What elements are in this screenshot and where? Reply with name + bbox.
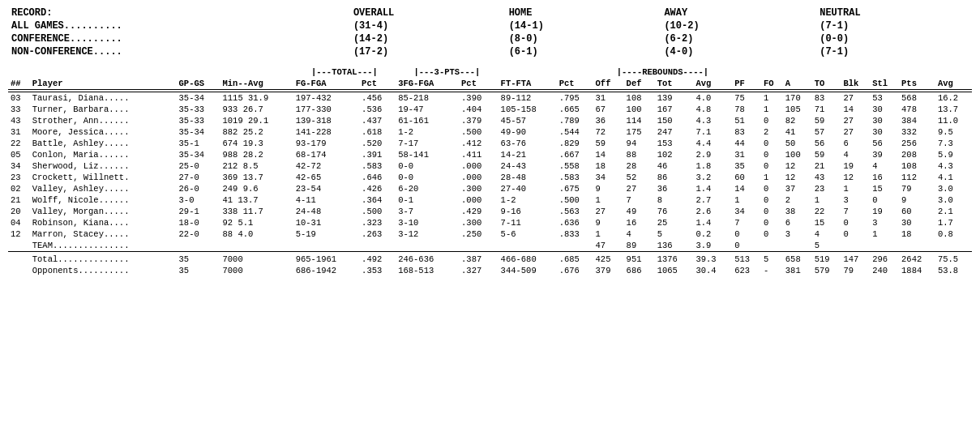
- player-cell: 4.4: [693, 138, 732, 149]
- player-row: 12Marron, Stacey.....22-088 4.05-19.2633…: [8, 228, 972, 240]
- player-cell: 100: [783, 149, 812, 160]
- hdr-gpgs: GP-GS: [177, 78, 220, 90]
- player-cell: 2.9: [693, 149, 732, 160]
- hdr-ptsavg: Avg: [935, 78, 972, 90]
- player-row: 21Wolff, Nicole......3-041 13.74-11.3640…: [8, 194, 972, 206]
- record-table: RECORD: OVERALL HOME AWAY NEUTRAL ALL GA…: [8, 6, 972, 58]
- player-row: 31Moore, Jessica.....35-34882 25.2141-22…: [8, 126, 972, 138]
- player-cell: [783, 240, 812, 252]
- total-cell: 1065: [655, 265, 694, 276]
- player-cell: .000: [459, 194, 499, 206]
- player-cell: 247: [655, 126, 694, 138]
- player-cell: 384: [899, 115, 935, 126]
- record-overall-header: OVERALL: [350, 6, 506, 19]
- player-cell: Wolff, Nicole......: [30, 194, 177, 206]
- player-row: 05Conlon, Maria......35-34988 28.268-174…: [8, 149, 972, 160]
- player-cell: 882 25.2: [220, 126, 293, 138]
- total-cell: .676: [557, 265, 593, 276]
- player-cell: 42-72: [293, 160, 359, 172]
- player-cell: 0: [761, 183, 783, 194]
- record-section: RECORD: OVERALL HOME AWAY NEUTRAL ALL GA…: [8, 6, 972, 58]
- player-cell: 83: [812, 92, 841, 105]
- record-away-header: AWAY: [661, 6, 816, 19]
- player-cell: 6: [841, 138, 870, 149]
- player-cell: .300: [459, 183, 499, 194]
- total-cell: 79: [841, 265, 870, 276]
- player-cell: 21: [8, 194, 30, 206]
- total-cell: 246-636: [396, 254, 459, 265]
- player-cell: 0: [841, 228, 870, 240]
- player-cell: 27: [624, 183, 655, 194]
- total-cell: 147: [841, 254, 870, 265]
- player-cell: .795: [557, 92, 593, 105]
- record-allgames-neutral: (7-1): [816, 19, 972, 32]
- player-cell: .000: [459, 172, 499, 183]
- total-cell: 35: [177, 265, 220, 276]
- player-cell: 105: [783, 104, 812, 115]
- player-cell: .665: [557, 104, 593, 115]
- player-cell: 23: [812, 183, 841, 194]
- total-cell: 75.5: [935, 254, 972, 265]
- player-cell: 41 13.7: [220, 194, 293, 206]
- total-cell: 7000: [220, 265, 293, 276]
- total-cell: 1376: [655, 254, 694, 265]
- player-cell: 67: [593, 104, 624, 115]
- player-cell: 34: [732, 206, 761, 217]
- player-cell: 27: [841, 115, 870, 126]
- player-cell: 30: [870, 115, 899, 126]
- record-nonconference-home: (6-1): [506, 45, 661, 58]
- player-cell: 3: [783, 228, 812, 240]
- player-cell: 5: [655, 228, 694, 240]
- player-cell: 108: [624, 92, 655, 105]
- player-cell: .558: [557, 160, 593, 172]
- player-row: 02Valley, Ashley.....26-0249 9.623-54.42…: [8, 183, 972, 194]
- player-row: 33Turner, Barbara....35-33933 26.7177-33…: [8, 104, 972, 115]
- col-group-3pts: |---3-PTS---|: [396, 66, 498, 78]
- player-cell: [177, 240, 220, 252]
- record-conference-away: (6-2): [661, 32, 816, 45]
- player-cell: 26-0: [177, 183, 220, 194]
- player-cell: 60: [732, 172, 761, 183]
- hdr-fgpct: Pct: [359, 78, 396, 90]
- hdr-def: Def: [624, 78, 655, 90]
- player-row: 43Strother, Ann......35-331019 29.1139-3…: [8, 115, 972, 126]
- player-cell: 35-34: [177, 126, 220, 138]
- total-cell: Total..............: [30, 254, 177, 265]
- player-cell: 59: [593, 138, 624, 149]
- total-cell: 35: [177, 254, 220, 265]
- player-cell: [220, 240, 293, 252]
- record-nonconference-label: NON-CONFERENCE.....: [8, 45, 350, 58]
- player-cell: 153: [655, 138, 694, 149]
- player-cell: 14: [841, 104, 870, 115]
- player-cell: 27-40: [499, 183, 557, 194]
- player-cell: 4: [870, 160, 899, 172]
- player-cell: 86: [655, 172, 694, 183]
- player-cell: 1: [593, 228, 624, 240]
- player-row: 04Robinson, Kiana....18-092 5.110-31.323…: [8, 217, 972, 228]
- player-cell: 56: [870, 138, 899, 149]
- player-cell: 47: [593, 240, 624, 252]
- player-cell: 3-12: [396, 228, 459, 240]
- hdr-3fgfga: 3FG-FGA: [396, 78, 459, 90]
- player-cell: 1.4: [693, 217, 732, 228]
- player-cell: 49-90: [499, 126, 557, 138]
- player-cell: 4.8: [693, 104, 732, 115]
- total-cell: 53.8: [935, 265, 972, 276]
- player-cell: 05: [8, 149, 30, 160]
- player-cell: 4: [841, 149, 870, 160]
- player-cell: 3-0: [177, 194, 220, 206]
- total-cell: 519: [812, 254, 841, 265]
- player-cell: 30: [870, 104, 899, 115]
- total-cell: 686-1942: [293, 265, 359, 276]
- player-cell: 27-0: [177, 172, 220, 183]
- total-cell: 39.3: [693, 254, 732, 265]
- player-cell: Turner, Barbara....: [30, 104, 177, 115]
- player-cell: 197-432: [293, 92, 359, 105]
- player-cell: 16: [870, 172, 899, 183]
- player-cell: 21: [812, 160, 841, 172]
- total-cell: 168-513: [396, 265, 459, 276]
- total-cell: 623: [732, 265, 761, 276]
- hdr-player: Player: [30, 78, 177, 90]
- player-cell: 33: [8, 104, 30, 115]
- player-cell: 177-330: [293, 104, 359, 115]
